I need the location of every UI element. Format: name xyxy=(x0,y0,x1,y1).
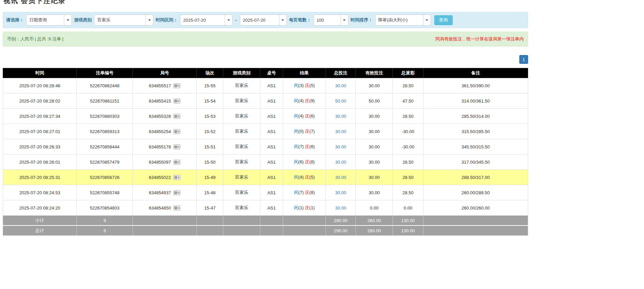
video-replay-icon[interactable] xyxy=(173,129,180,134)
total-bet-cell: 30.00 xyxy=(326,185,356,200)
table-no-cell: AS1 xyxy=(260,170,283,185)
table-row: 2025-07-20 08:26:01522670857479634855097… xyxy=(3,155,528,170)
player-result-value: (4) xyxy=(298,113,304,119)
footer-empty-cell xyxy=(133,225,197,236)
video-replay-icon[interactable] xyxy=(173,83,180,89)
banker-result-label: 庄 xyxy=(305,129,309,134)
round-cell: 634854850 xyxy=(133,200,197,216)
total-bet-link[interactable]: 30.00 xyxy=(335,129,346,134)
footer-payout: 130.00 xyxy=(393,225,423,236)
video-replay-icon[interactable] xyxy=(173,159,180,165)
table-no-cell: AS1 xyxy=(260,185,283,200)
player-result-label: 闲 xyxy=(294,113,298,119)
per-page-dropdown[interactable]: 100 xyxy=(314,15,348,25)
banker-result-value: (6) xyxy=(309,113,315,119)
payout-cell: -30.00 xyxy=(393,139,423,155)
player-result-value: (4) xyxy=(298,98,304,103)
total-bet-link[interactable]: 50.00 xyxy=(335,98,346,104)
result-cell: 闲(3) 庄(5) xyxy=(283,78,326,93)
search-button[interactable]: 查询 xyxy=(434,15,453,25)
footer-empty-cell xyxy=(223,216,260,226)
chevron-down-icon xyxy=(341,15,348,25)
remark-cell: 361.50/390.00 xyxy=(423,78,528,93)
video-replay-icon[interactable] xyxy=(173,190,180,196)
total-bet-link[interactable]: 30.00 xyxy=(335,160,346,165)
remark-cell: 288.50/317.00 xyxy=(423,170,528,185)
banker-result-label: 庄 xyxy=(305,83,309,88)
game-type-cell: 百家乐 xyxy=(223,78,260,93)
total-bet-link[interactable]: 30.00 xyxy=(335,190,346,195)
time-cell: 2025-07-20 08:27:34 xyxy=(3,109,77,124)
footer-empty-cell xyxy=(260,216,283,226)
payout-cell: 0.00 xyxy=(393,200,423,216)
banker-result-label: 庄 xyxy=(305,205,309,210)
round-id: 634855415 xyxy=(149,98,171,104)
total-bet-cell: 50.00 xyxy=(326,93,356,109)
footer-payout: 130.00 xyxy=(393,216,423,226)
column-header: 时间 xyxy=(3,68,77,78)
valid-bet-notice: 同局有效投注，统一计算在该局第一张注单内 xyxy=(435,36,524,42)
round-id: 634855254 xyxy=(149,129,171,134)
date-to-dropdown[interactable]: 2025-07-20 xyxy=(240,15,287,25)
game-type-cell: 百家乐 xyxy=(223,200,260,216)
select-type-value: 日期查询 xyxy=(27,15,64,25)
round-cell: 634855415 xyxy=(133,93,197,109)
video-replay-icon[interactable] xyxy=(173,98,180,104)
column-header: 局号 xyxy=(133,68,197,78)
table-no-cell: AS1 xyxy=(260,109,283,124)
round-id: 634855022 xyxy=(149,175,171,180)
total-bet-link[interactable]: 30.00 xyxy=(335,83,346,88)
table-row: 2025-07-20 08:27:34522670860303634855328… xyxy=(3,109,528,124)
banker-result-value: (1) xyxy=(309,205,315,210)
table-no-cell: AS1 xyxy=(260,200,283,216)
banker-result-label: 庄 xyxy=(305,159,309,164)
banker-result-label: 庄 xyxy=(305,144,309,149)
payout-cell: 28.50 xyxy=(393,185,423,200)
valid-bet-cell: 30.00 xyxy=(356,170,393,185)
total-bet-cell: 30.00 xyxy=(326,109,356,124)
table-no-cell: AS1 xyxy=(260,78,283,93)
sort-order-dropdown[interactable]: 降幂(由大到小) xyxy=(375,15,431,25)
game-type-cell: 百家乐 xyxy=(223,185,260,200)
payout-cell: 28.50 xyxy=(393,170,423,185)
payout-cell: -30.00 xyxy=(393,124,423,139)
total-bet-link[interactable]: 30.00 xyxy=(335,205,346,211)
round-cell: 634855328 xyxy=(133,109,197,124)
time-cell: 2025-07-20 08:25:31 xyxy=(3,170,77,185)
time-cell: 2025-07-20 08:26:33 xyxy=(3,139,77,155)
game-type-cell: 百家乐 xyxy=(223,155,260,170)
time-cell: 2025-07-20 08:24:20 xyxy=(3,200,77,216)
summary-bar: 币别：人民币 | 总共 :9 注单 | 同局有效投注，统一计算在该局第一张注单内 xyxy=(3,32,528,47)
video-replay-icon[interactable] xyxy=(173,205,180,211)
chevron-down-icon xyxy=(64,15,71,25)
game-type-cell: 百家乐 xyxy=(223,93,260,109)
total-bet-cell: 30.00 xyxy=(326,124,356,139)
date-from-dropdown[interactable]: 2025-07-20 xyxy=(180,15,232,25)
table-no-cell: AS1 xyxy=(260,124,283,139)
round-cell: 634855254 xyxy=(133,124,197,139)
footer-empty-cell xyxy=(260,225,283,236)
total-bet-link[interactable]: 30.00 xyxy=(335,144,346,149)
player-result-value: (1) xyxy=(298,205,304,210)
page-1-button[interactable]: 1 xyxy=(519,55,528,64)
remark-cell: 285.50/314.00 xyxy=(423,109,528,124)
table-header-row: 时间注单编号局号场次游戏类别桌号结果总投注有效投注总派彩备注 xyxy=(3,68,528,78)
footer-total-bet: 290.00 xyxy=(326,225,356,236)
footer-count: 9 xyxy=(77,216,133,226)
select-type-dropdown[interactable]: 日期查询 xyxy=(26,15,72,25)
round-cell: 634855022 xyxy=(133,170,197,185)
bet-id-cell: 522670862448 xyxy=(77,78,133,93)
column-header: 游戏类别 xyxy=(223,68,260,78)
payout-cell: 28.50 xyxy=(393,78,423,93)
total-bet-link[interactable]: 30.00 xyxy=(335,114,346,119)
total-bet-link[interactable]: 30.00 xyxy=(335,175,346,180)
currency-summary: 币别：人民币 | 总共 :9 注单 | xyxy=(7,36,64,42)
bet-id-cell: 522670861151 xyxy=(77,93,133,109)
video-replay-icon[interactable] xyxy=(173,175,180,180)
total-bet-cell: 30.00 xyxy=(326,170,356,185)
game-type-dropdown[interactable]: 百家乐 xyxy=(94,15,153,25)
game-type-label: 游戏类别 xyxy=(74,17,92,23)
video-replay-icon[interactable] xyxy=(173,144,180,150)
result-cell: 闲(7) 庄(6) xyxy=(283,139,326,155)
video-replay-icon[interactable] xyxy=(173,113,180,119)
